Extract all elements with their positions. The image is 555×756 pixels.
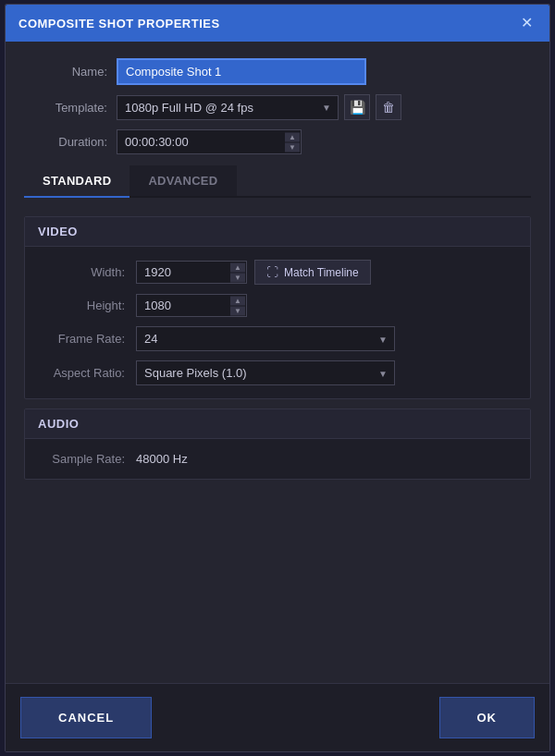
footer-bar: CANCEL OK — [6, 683, 549, 751]
dialog-content: Name: Template: 1080p Full HD @ 24 fps 7… — [6, 42, 549, 683]
width-row: Width: ▲ ▼ ⛶ Match Time — [34, 260, 521, 285]
video-section-header: VIDEO — [25, 217, 530, 247]
video-section-body: Width: ▲ ▼ ⛶ Match Time — [25, 247, 530, 398]
composite-shot-properties-dialog: COMPOSITE SHOT PROPERTIES ✕ Name: Templa… — [5, 4, 550, 752]
aspect-ratio-row: Aspect Ratio: Square Pixels (1.0) D1/DV … — [34, 360, 521, 385]
frame-rate-label: Frame Rate: — [34, 332, 136, 346]
width-down-button[interactable]: ▼ — [230, 273, 245, 282]
cancel-button[interactable]: CANCEL — [20, 697, 152, 738]
match-icon: ⛶ — [266, 265, 278, 279]
video-section: VIDEO Width: ▲ ▼ — [24, 216, 531, 399]
template-select-wrapper: 1080p Full HD @ 24 fps 720p HD @ 30 fps … — [117, 95, 339, 120]
tab-standard[interactable]: STANDARD — [24, 165, 130, 198]
name-input[interactable] — [117, 58, 366, 85]
height-label: Height: — [34, 299, 136, 312]
height-down-button[interactable]: ▼ — [230, 306, 245, 315]
save-icon: 💾 — [350, 100, 365, 115]
sample-rate-row: Sample Rate: 48000 Hz — [34, 452, 521, 466]
sample-rate-label: Sample Rate: — [34, 452, 136, 466]
aspect-ratio-select[interactable]: Square Pixels (1.0) D1/DV NTSC (0.9) D1/… — [136, 360, 395, 385]
duration-row: Duration: ▲ ▼ — [24, 129, 531, 154]
duration-wrapper: ▲ ▼ — [117, 129, 302, 154]
title-bar: COMPOSITE SHOT PROPERTIES ✕ — [6, 5, 549, 42]
frame-rate-select[interactable]: 24 25 30 60 — [136, 326, 395, 351]
template-controls: 1080p Full HD @ 24 fps 720p HD @ 30 fps … — [117, 94, 401, 120]
width-spinners: ▲ ▼ — [230, 262, 245, 282]
height-row: Height: ▲ ▼ — [34, 294, 521, 317]
panels-area: VIDEO Width: ▲ ▼ — [24, 207, 531, 672]
dialog-title: COMPOSITE SHOT PROPERTIES — [18, 17, 220, 30]
width-up-button[interactable]: ▲ — [230, 262, 245, 272]
tabs-bar: STANDARD ADVANCED — [24, 165, 531, 198]
audio-section-body: Sample Rate: 48000 Hz — [25, 439, 530, 479]
width-wrapper: ▲ ▼ — [136, 261, 247, 284]
template-select[interactable]: 1080p Full HD @ 24 fps 720p HD @ 30 fps … — [117, 95, 339, 120]
width-label: Width: — [34, 265, 136, 279]
frame-rate-select-wrapper: 24 25 30 60 — [136, 326, 395, 351]
aspect-ratio-select-wrapper: Square Pixels (1.0) D1/DV NTSC (0.9) D1/… — [136, 360, 395, 385]
save-template-button[interactable]: 💾 — [344, 94, 370, 120]
height-wrapper: ▲ ▼ — [136, 294, 247, 317]
template-row: Template: 1080p Full HD @ 24 fps 720p HD… — [24, 94, 531, 120]
close-button[interactable]: ✕ — [517, 14, 536, 32]
duration-down-button[interactable]: ▼ — [285, 142, 300, 152]
delete-template-button[interactable]: 🗑 — [376, 94, 401, 120]
match-btn-label: Match Timeline — [284, 266, 359, 279]
aspect-ratio-label: Aspect Ratio: — [34, 366, 136, 380]
duration-label: Duration: — [24, 135, 117, 149]
frame-rate-row: Frame Rate: 24 25 30 60 — [34, 326, 521, 351]
width-controls: ▲ ▼ ⛶ Match Timeline — [136, 260, 371, 285]
match-timeline-button[interactable]: ⛶ Match Timeline — [254, 260, 371, 285]
name-label: Name: — [24, 65, 117, 79]
height-up-button[interactable]: ▲ — [230, 296, 245, 305]
name-row: Name: — [24, 58, 531, 85]
duration-spinners: ▲ ▼ — [285, 132, 300, 152]
ok-button[interactable]: OK — [439, 697, 536, 738]
template-label: Template: — [24, 101, 117, 115]
audio-section: AUDIO Sample Rate: 48000 Hz — [24, 408, 531, 480]
height-spinners: ▲ ▼ — [230, 296, 245, 315]
duration-input[interactable] — [117, 129, 302, 154]
sample-rate-value: 48000 Hz — [136, 452, 188, 466]
duration-up-button[interactable]: ▲ — [285, 132, 300, 141]
audio-section-header: AUDIO — [25, 409, 530, 439]
tab-advanced[interactable]: ADVANCED — [130, 165, 236, 196]
trash-icon: 🗑 — [382, 100, 395, 115]
